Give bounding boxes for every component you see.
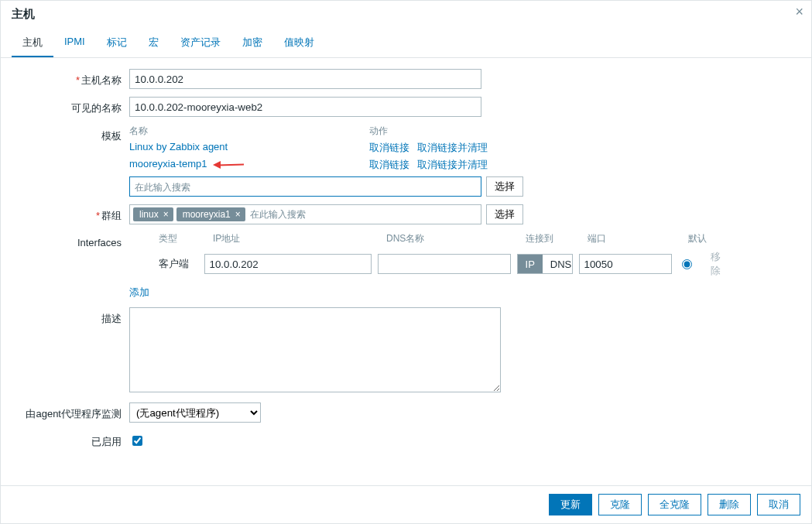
- annotation-arrow-icon: [213, 159, 244, 170]
- tab-inventory[interactable]: 资产记录: [170, 31, 231, 57]
- template-unlink-clear[interactable]: 取消链接并清理: [417, 142, 488, 153]
- group-tag-remove-icon[interactable]: ×: [235, 209, 241, 220]
- cancel-button[interactable]: 取消: [757, 494, 800, 515]
- groups-multiselect[interactable]: linux × mooreyxia1 ×: [129, 204, 481, 224]
- delete-button[interactable]: 删除: [708, 494, 751, 515]
- label-monitored-by: 由agent代理程序监测: [13, 402, 129, 421]
- template-unlink[interactable]: 取消链接: [369, 142, 409, 153]
- form-body: *主机名称 可见的名称 模板 名称 动作 Linux by Zabbix age…: [1, 58, 811, 463]
- tab-valuemap[interactable]: 值映射: [273, 31, 325, 57]
- group-tag-label: linux: [139, 209, 159, 220]
- enabled-checkbox[interactable]: [132, 436, 142, 446]
- visible-name-input[interactable]: [129, 97, 481, 117]
- groups-select-button[interactable]: 选择: [486, 204, 523, 224]
- tab-tags[interactable]: 标记: [96, 31, 138, 57]
- group-tag-remove-icon[interactable]: ×: [163, 209, 169, 220]
- template-link[interactable]: mooreyxia-temp1: [129, 158, 207, 170]
- label-interfaces: Interfaces: [13, 232, 129, 248]
- group-tag-label: mooreyxia1: [183, 209, 231, 220]
- dialog-title: 主机: [1, 1, 811, 28]
- iface-type: 客户端: [159, 257, 204, 271]
- label-templates: 模板: [13, 125, 129, 143]
- template-link[interactable]: Linux by Zabbix agent: [129, 141, 228, 152]
- description-textarea[interactable]: [129, 307, 501, 392]
- close-icon[interactable]: ×: [795, 4, 803, 20]
- iface-connect-ip[interactable]: IP: [518, 255, 543, 273]
- iface-header-ip: IP地址: [213, 232, 386, 245]
- interface-row: 客户端 IP DNS 移除: [129, 250, 733, 278]
- iface-connect-toggle: IP DNS: [517, 254, 573, 274]
- label-description: 描述: [13, 307, 129, 326]
- template-select-button[interactable]: 选择: [486, 176, 523, 197]
- group-tag: linux ×: [133, 207, 173, 221]
- full-clone-button[interactable]: 全克隆: [648, 494, 701, 515]
- iface-header-default: 默认: [688, 232, 727, 245]
- iface-header-type: 类型: [159, 232, 213, 245]
- template-header-name: 名称: [129, 125, 369, 138]
- iface-add-link[interactable]: 添加: [129, 286, 149, 298]
- iface-header-connect: 连接到: [526, 232, 588, 245]
- tab-encryption[interactable]: 加密: [231, 31, 273, 57]
- template-search-input[interactable]: [129, 176, 481, 197]
- template-unlink-clear[interactable]: 取消链接并清理: [417, 159, 488, 170]
- template-row: Linux by Zabbix agent 取消链接 取消链接并清理: [129, 141, 594, 155]
- template-row: mooreyxia-temp1 取消链接 取消链接并清理: [129, 158, 594, 172]
- clone-button[interactable]: 克隆: [598, 494, 642, 515]
- label-enabled: 已启用: [13, 430, 129, 449]
- iface-header-port: 端口: [588, 232, 688, 245]
- groups-search-input[interactable]: [248, 208, 478, 221]
- dialog-footer: 更新 克隆 全克隆 删除 取消: [1, 485, 811, 523]
- update-button[interactable]: 更新: [549, 494, 592, 515]
- proxy-select[interactable]: (无agent代理程序): [129, 402, 261, 423]
- tabs: 主机 IPMI 标记 宏 资产记录 加密 值映射: [1, 28, 811, 58]
- host-dialog: × 主机 主机 IPMI 标记 宏 资产记录 加密 值映射 *主机名称 可见的名…: [0, 0, 812, 524]
- group-tag: mooreyxia1 ×: [176, 207, 245, 221]
- iface-dns-input[interactable]: [378, 254, 511, 274]
- tab-macros[interactable]: 宏: [138, 31, 170, 57]
- host-name-input[interactable]: [129, 69, 481, 89]
- template-unlink[interactable]: 取消链接: [369, 159, 409, 170]
- iface-default-radio[interactable]: [682, 259, 692, 269]
- label-groups: *群组: [13, 204, 129, 223]
- iface-connect-dns[interactable]: DNS: [543, 255, 579, 273]
- iface-port-input[interactable]: [579, 254, 672, 274]
- label-host-name: *主机名称: [13, 69, 129, 87]
- tab-host[interactable]: 主机: [12, 31, 53, 57]
- template-header-action: 动作: [369, 125, 388, 138]
- label-visible-name: 可见的名称: [13, 97, 129, 115]
- tab-ipmi[interactable]: IPMI: [53, 31, 96, 57]
- iface-remove-link[interactable]: 移除: [711, 251, 721, 276]
- iface-ip-input[interactable]: [204, 254, 372, 274]
- iface-header-dns: DNS名称: [386, 232, 526, 245]
